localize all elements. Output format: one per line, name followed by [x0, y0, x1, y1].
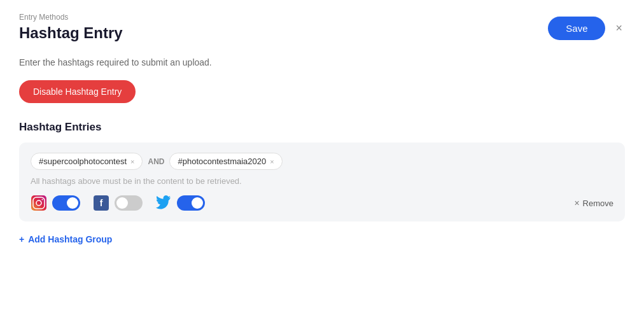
social-toggles-row: f × Remove — [31, 195, 613, 211]
instagram-toggle-item — [31, 195, 80, 211]
breadcrumb: Entry Methods — [19, 13, 123, 22]
description-text: Enter the hashtags required to submit an… — [19, 57, 625, 67]
twitter-toggle-item — [155, 195, 205, 211]
instagram-toggle[interactable] — [52, 195, 80, 211]
hashtag-tag-2-value: #photocontestmaia2020 — [178, 157, 266, 166]
add-hashtag-group-button[interactable]: + Add Hashtag Group — [19, 232, 112, 247]
section-title: Hashtag Entries — [19, 121, 625, 134]
facebook-toggle-slider — [115, 195, 143, 211]
twitter-toggle[interactable] — [177, 195, 205, 211]
close-button[interactable]: × — [613, 19, 625, 38]
facebook-toggle-item: f — [93, 195, 143, 211]
hashtag-tag-1-value: #supercoolphotocontest — [39, 157, 127, 166]
hashtag-tag-2[interactable]: #photocontestmaia2020 × — [169, 153, 282, 170]
hashtag-hint: All hashtags above must be in the conten… — [31, 176, 613, 186]
hashtag-group-card: #supercoolphotocontest × AND #photoconte… — [19, 143, 625, 221]
header-section: Entry Methods Hashtag Entry Save × — [19, 13, 625, 42]
remove-label: Remove — [583, 199, 613, 208]
twitter-toggle-slider — [177, 195, 205, 211]
remove-group-button[interactable]: × Remove — [574, 198, 613, 208]
title-block: Entry Methods Hashtag Entry — [19, 13, 123, 42]
facebook-icon: f — [93, 195, 109, 211]
disable-hashtag-button[interactable]: Disable Hashtag Entry — [19, 80, 136, 103]
facebook-toggle[interactable] — [115, 195, 143, 211]
twitter-icon — [155, 195, 172, 211]
instagram-toggle-slider — [52, 195, 80, 211]
hashtag-tag-1[interactable]: #supercoolphotocontest × — [31, 153, 143, 170]
page-title: Hashtag Entry — [19, 24, 123, 42]
instagram-icon — [31, 195, 47, 211]
add-group-icon: + — [19, 234, 24, 244]
hashtag-tags-row: #supercoolphotocontest × AND #photoconte… — [31, 153, 613, 170]
and-label: AND — [148, 157, 164, 166]
hashtag-tag-2-close[interactable]: × — [270, 158, 274, 165]
save-button[interactable]: Save — [548, 17, 605, 40]
hashtag-tag-1-close[interactable]: × — [130, 158, 134, 165]
facebook-icon-shape: f — [94, 195, 109, 211]
add-group-label: Add Hashtag Group — [28, 234, 112, 244]
header-actions: Save × — [548, 13, 625, 40]
page-wrapper: Entry Methods Hashtag Entry Save × Enter… — [0, 0, 644, 329]
svg-point-2 — [42, 199, 43, 200]
remove-icon: × — [574, 198, 579, 208]
